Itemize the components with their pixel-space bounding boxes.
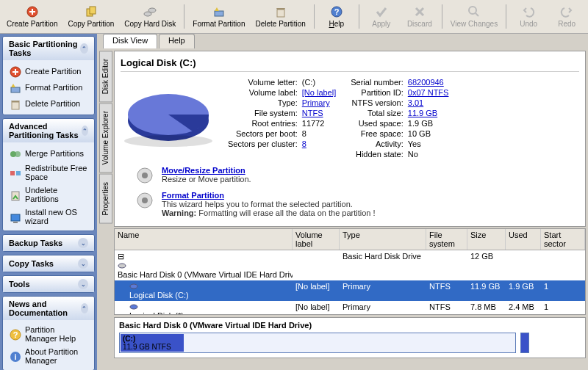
- disk-map-panel: Basic Hard Disk 0 (VMware Virtual IDE Ha…: [114, 317, 586, 358]
- sidebar-item-partition-manager-help[interactable]: ?Partition Manager Help: [4, 323, 93, 345]
- panel-basic-partitioning-tasks: Basic Partitioning Tasks⌃Create Partitio…: [2, 36, 95, 115]
- toolbar-format-partition-button[interactable]: Format Partition: [187, 1, 250, 32]
- vtab-disk-editor[interactable]: Disk Editor: [99, 51, 112, 102]
- toolbar-create-partition-button[interactable]: Create Partition: [1, 1, 62, 32]
- toolbar-copy-hard-disk-button[interactable]: Copy Hard Disk: [119, 1, 181, 32]
- col-header[interactable]: Type: [340, 229, 426, 250]
- toolbar-view-changes-button[interactable]: View Changes: [445, 1, 503, 32]
- panel-copy-tasks: Copy Tasks⌄: [2, 255, 95, 272]
- chevron-icon: ⌃: [81, 303, 88, 313]
- prop-label: Sectors per cluster:: [228, 139, 298, 148]
- wizard-icon: [135, 166, 154, 185]
- panel-header[interactable]: Advanced Partitioning Tasks⌃: [3, 119, 94, 142]
- prop-value[interactable]: 68200946: [408, 78, 449, 87]
- col-header[interactable]: Used: [506, 229, 541, 250]
- undelete-icon: [9, 189, 21, 200]
- toolbar-apply-button[interactable]: Apply: [362, 1, 401, 32]
- sidebar-item-merge-partitions[interactable]: Merge Partitions: [4, 145, 93, 162]
- toolbar-discard-button[interactable]: Discard: [401, 1, 439, 32]
- prop-value[interactable]: 11.9 GB: [408, 109, 449, 117]
- toolbar-undo-button[interactable]: Undo: [509, 1, 548, 32]
- chevron-icon: ⌄: [78, 258, 88, 269]
- prop-label: Sectors per boot:: [228, 129, 298, 138]
- panel-tools: Tools⌄: [2, 275, 95, 293]
- action-move-resize-partition: Move/Resize PartitionResize or Move part…: [135, 166, 579, 185]
- vtab-volume-explorer[interactable]: Volume Explorer: [99, 103, 112, 173]
- svg-point-26: [124, 135, 212, 147]
- sidebar-item-redistribute-free-space[interactable]: Redistribute Free Space: [4, 162, 93, 184]
- svg-point-33: [130, 305, 137, 309]
- pie-chart: [121, 84, 216, 150]
- svg-point-30: [142, 197, 148, 203]
- col-header[interactable]: Name: [115, 229, 293, 250]
- prop-value: 10 GB: [408, 129, 449, 138]
- create-icon: [9, 65, 21, 77]
- map-segment-small[interactable]: [520, 333, 529, 353]
- sidebar-item-undelete-partitions[interactable]: Undelete Partitions: [4, 184, 93, 206]
- svg-rect-12: [12, 102, 19, 109]
- disk-title: Logical Disk (C:): [121, 57, 579, 72]
- panel-advanced-partitioning-tasks: Advanced Partitioning Tasks⌃Merge Partit…: [2, 118, 95, 231]
- discard-icon: [413, 5, 426, 18]
- tab-help[interactable]: Help: [159, 34, 195, 48]
- copyhd-icon: [143, 5, 157, 18]
- svg-rect-2: [90, 7, 96, 14]
- panel-header[interactable]: News and Documentation⌃: [3, 297, 94, 320]
- tab-disk-view[interactable]: Disk View: [103, 34, 157, 48]
- sidebar-item-delete-partition[interactable]: Delete Partition: [4, 95, 93, 112]
- prop-value[interactable]: Primary: [302, 98, 336, 107]
- map-bar: (C:)11.9 GB NTFS: [119, 333, 581, 353]
- prop-value[interactable]: [No label]: [302, 88, 336, 97]
- svg-rect-18: [11, 214, 20, 221]
- svg-point-14: [15, 151, 21, 157]
- prop-label: Used space:: [351, 119, 404, 128]
- prop-value[interactable]: NTFS: [302, 109, 336, 117]
- sidebar-item-format-partition[interactable]: Format Partition: [4, 79, 93, 95]
- prop-value: Yes: [408, 139, 449, 148]
- tab-bar: Disk ViewHelp: [97, 34, 588, 48]
- col-header[interactable]: Size: [467, 229, 506, 250]
- delete-icon: [9, 98, 21, 109]
- sidebar-item-about-partition-manager[interactable]: iAbout Partition Manager: [4, 345, 93, 367]
- task-sidebar: Basic Partitioning Tasks⌃Create Partitio…: [0, 34, 97, 370]
- panel-header[interactable]: Basic Partitioning Tasks⌃: [3, 37, 94, 60]
- format-icon: [9, 81, 21, 93]
- svg-rect-16: [16, 171, 21, 175]
- svg-rect-19: [13, 222, 18, 223]
- disk-info-panel: Logical Disk (C:) Volume letter:(C:)Volu…: [114, 51, 586, 227]
- table-header: NameVolume labelTypeFile systemSizeUsedS…: [115, 229, 585, 250]
- svg-point-9: [469, 7, 476, 14]
- prop-label: NTFS version:: [351, 98, 404, 107]
- svg-point-32: [130, 284, 137, 289]
- svg-text:?: ?: [334, 7, 339, 16]
- table-row[interactable]: Logical Disk (C:)[No label]PrimaryNTFS11…: [115, 280, 585, 301]
- prop-value[interactable]: 3.01: [408, 98, 449, 107]
- expand-icon[interactable]: ⊟: [118, 252, 124, 261]
- col-header[interactable]: File system: [426, 229, 467, 250]
- toolbar-help-button[interactable]: ?Help: [318, 1, 356, 32]
- table-row[interactable]: Logical Disk (*)[No label]PrimaryNTFS7.8…: [115, 301, 585, 315]
- prop-label: File system:: [228, 109, 298, 117]
- action-link[interactable]: Format Partition: [162, 191, 376, 200]
- prop-value[interactable]: 0x07 NTFS: [408, 88, 449, 97]
- vtab-properties[interactable]: Properties: [99, 174, 112, 224]
- prop-label: Free space:: [351, 129, 404, 138]
- sidebar-item-create-partition[interactable]: Create Partition: [4, 63, 93, 79]
- prop-value: 1.9 GB: [408, 119, 449, 128]
- toolbar-copy-partition-button[interactable]: Copy Partition: [62, 1, 119, 32]
- table-row[interactable]: ⊟Basic Hard Disk 0 (VMware Virtual IDE H…: [115, 250, 585, 280]
- action-link[interactable]: Move/Resize Partition: [162, 166, 251, 175]
- prop-value: (C:): [302, 78, 336, 87]
- prop-value[interactable]: 8: [302, 139, 336, 148]
- col-header[interactable]: Start sector: [541, 229, 585, 250]
- panel-header[interactable]: Backup Tasks⌄: [3, 235, 94, 251]
- panel-header[interactable]: Copy Tasks⌄: [3, 255, 94, 272]
- toolbar-redo-button[interactable]: Redo: [548, 1, 586, 32]
- col-header[interactable]: Volume label: [293, 229, 340, 250]
- action-format-partition: Format PartitionThis wizard helps you to…: [135, 191, 579, 217]
- sidebar-item-install-new-os-wizard[interactable]: Install new OS wizard: [4, 206, 93, 228]
- main-pane: Disk EditorVolume ExplorerProperties Log…: [97, 48, 588, 370]
- panel-header[interactable]: Tools⌄: [3, 276, 94, 292]
- map-segment-c[interactable]: (C:)11.9 GB NTFS: [119, 333, 516, 353]
- toolbar-delete-partition-button[interactable]: Delete Partition: [250, 1, 310, 32]
